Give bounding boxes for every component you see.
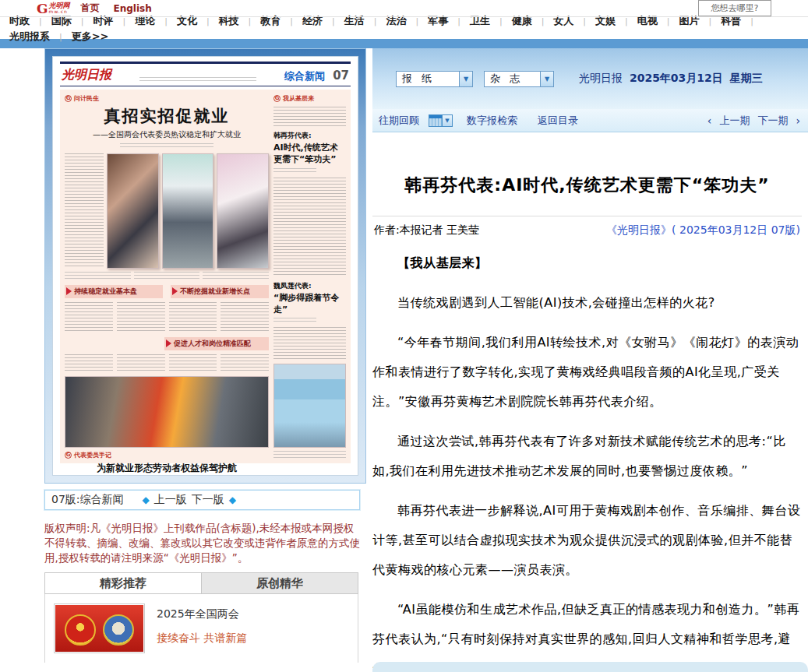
paper-right-kicker-2: 魏凤莲代表: (273, 281, 346, 291)
paper-headline-2: 为新就业形态劳动者权益保驾护航 (65, 462, 269, 475)
promo-thumbnail[interactable] (54, 603, 145, 653)
reader-header: 报 纸 ▼ 杂 志 ▼ 光明日报 2025年03月12日 星期三 (372, 48, 808, 109)
paper-subhead: ——全国两会代表委员热议稳定和扩大就业 (65, 129, 269, 140)
paper-headline: 真招实招促就业 (65, 105, 269, 127)
cppcc-emblem-icon (103, 614, 134, 646)
prev-page-diamond-icon: ◆ (143, 494, 150, 505)
nav-separator: | (750, 16, 753, 26)
article-paragraph: 【我从基层来】 (372, 248, 802, 278)
paper-text-column (65, 153, 104, 269)
nav-item-19[interactable]: 光明报系 (0, 30, 59, 42)
left-column: 光明日报 综合新闻 07 G 问计民生 (44, 48, 366, 672)
paper-photo-jobfair-3 (217, 153, 269, 269)
chevron-down-icon: ▼ (459, 72, 472, 86)
promo-subtitle-link[interactable]: 接续奋斗 共谱新篇 (157, 632, 247, 646)
promo-item: 2025年全国两会 接续奋斗 共谱新篇 (44, 594, 358, 663)
top-bar: G 光明网 mw.cn 首页 English 您想去哪里? (0, 0, 808, 17)
paper-tag-jiceng: G 我从基层来 (273, 94, 346, 103)
paper-select[interactable]: 报 纸 ▼ (396, 71, 473, 87)
article-paragraph: 韩再芬代表进一步解释说,AI可用于黄梅戏剧本创作、音乐编排、舞台设计等,甚至可以… (372, 496, 802, 585)
gmw-logo[interactable]: G 光明网 mw.cn (37, 1, 70, 16)
paper-byline (120, 143, 213, 149)
newspaper-page: 光明日报 综合新闻 07 G 问计民生 (52, 56, 358, 476)
calendar-dropdown-icon[interactable]: ▼ (443, 114, 453, 127)
tab-recommend[interactable]: 精彩推荐 (45, 573, 201, 593)
nav-item-20[interactable]: 更多>> (62, 30, 118, 42)
paper-tag-shouji: G 代表委员手记 (65, 451, 269, 459)
paper-right-byline-2 (273, 318, 316, 323)
footer-strip (372, 662, 808, 672)
paper-text-columns-2 (65, 354, 269, 371)
article-source[interactable]: 《光明日报》( 2025年03月12日 07版) (606, 223, 800, 237)
english-link[interactable]: English (114, 3, 152, 14)
reader-toolbar: 往期回顾 ▼ 数字报检索 返回目录 ‹ 上一期 下一期 › (372, 109, 808, 132)
paper-right-text-2 (273, 178, 346, 277)
back-to-catalog-link[interactable]: 返回目录 (538, 114, 578, 128)
paper-section-header-3: 促进人才和岗位精准匹配 (164, 337, 269, 350)
next-issue-arrow-icon: › (796, 114, 800, 127)
paper-right-headline-1: AI时代,传统艺术更需下“笨功夫” (273, 142, 346, 166)
paper-page-number: 07 (333, 69, 349, 83)
paper-signature: □ 兰莹 (65, 475, 269, 476)
article: 韩再芬代表:AI时代,传统艺术更需下“笨功夫” 作者:本报记者 王美莹 《光明日… (372, 174, 808, 672)
paper-photo-portrait (273, 364, 346, 448)
paper-section-name: 综合新闻 (284, 70, 325, 82)
digital-search-link[interactable]: 数字报检索 (467, 114, 517, 128)
paper-right-headline-2: “脚步得跟着节令走” (273, 293, 346, 316)
magazine-select[interactable]: 杂 志 ▼ (484, 71, 554, 87)
g-badge-icon: G (273, 95, 281, 102)
prev-issue-arrow-icon: ‹ (707, 114, 712, 127)
calendar-icon[interactable] (429, 114, 443, 127)
paper-section-header-2: 不断挖掘就业新增长点 (171, 285, 269, 298)
archive-link[interactable]: 往期回顾 (379, 114, 419, 128)
main-nav: 时政|国际|时评|理论|文化|科技|教育|经济|生活|法治|军事|卫生|健康|女… (0, 17, 808, 39)
goto-select[interactable]: 您想去哪里? (698, 0, 771, 16)
paper-tag-minsheng: G 问计民生 (65, 94, 269, 103)
gmw-logo-g-icon: G (37, 1, 48, 16)
article-paragraph: 通过这次尝试,韩再芬代表有了许多对新技术赋能传统艺术的思考:“比如,我们在利用先… (372, 427, 802, 486)
paper-photo-jobfair-1 (107, 153, 159, 269)
paper-right-text (273, 107, 346, 127)
promo-tabs: 精彩推荐 原创精华 (44, 572, 358, 594)
article-paragraph: “今年春节期间,我们利用AI转绘技术,对《女驸马》《闹花灯》的表演动作和表情进行… (372, 328, 802, 417)
issue-date: 光明日报 2025年03月12日 星期三 (579, 72, 763, 86)
page: G 光明网 mw.cn 首页 English 您想去哪里? 时政|国际|时评|理… (0, 0, 808, 672)
home-link[interactable]: 首页 (81, 2, 100, 15)
article-paragraph: 当传统戏剧遇到人工智能(AI)技术,会碰撞出怎样的火花? (372, 288, 802, 318)
right-column: 报 纸 ▼ 杂 志 ▼ 光明日报 2025年03月12日 星期三 往期回顾 ▼ (366, 48, 808, 672)
prev-page-link[interactable]: 上一版 (154, 493, 187, 507)
promo-title[interactable]: 2025年全国两会 (157, 603, 247, 621)
paper-masthead: 光明日报 (62, 67, 111, 83)
paper-photo-jobfair-2 (162, 153, 214, 269)
paper-section-header-1: 持续稳定就业基本盘 (65, 285, 163, 298)
paper-text-columns (65, 302, 269, 332)
next-page-link[interactable]: 下一版 (192, 493, 224, 507)
article-body: 【我从基层来】当传统戏剧遇到人工智能(AI)技术,会碰撞出怎样的火花?“今年春节… (372, 248, 802, 672)
paper-right-kicker-1: 韩再芬代表: (273, 131, 346, 141)
nav-separator: | (667, 16, 670, 26)
g-badge-icon: G (65, 452, 72, 459)
article-title: 韩再芬代表:AI时代,传统艺术更需下“笨功夫” (372, 174, 802, 197)
article-paragraph: “AI虽能模仿和生成艺术作品,但缺乏真正的情感表现力和创造力。”韩再芬代表认为,… (372, 595, 802, 672)
next-page-diamond-icon: ◆ (229, 494, 236, 505)
chevron-down-icon: ▼ (540, 72, 553, 86)
paper-photo-captions (65, 272, 269, 280)
national-emblem-icon (65, 614, 96, 646)
page-label: 07版:综合新闻 (51, 493, 124, 507)
paper-right-text-3 (273, 327, 346, 360)
g-badge-icon: G (65, 95, 72, 102)
paper-photo-jobfair-large (65, 376, 269, 448)
prev-issue-link[interactable]: 上一期 (719, 114, 750, 128)
page-nav-bar: 07版:综合新闻 ◆ 上一版 下一版 ◆ (44, 490, 360, 510)
paper-right-caption (273, 451, 346, 459)
newspaper-preview[interactable]: 光明日报 综合新闻 07 G 问计民生 (44, 48, 366, 484)
copyright-statement: 版权声明:凡《光明日报》上刊载作品(含标题),未经本报或本网授权不得转载、摘编、… (44, 521, 361, 565)
next-issue-link[interactable]: 下一期 (757, 114, 788, 128)
tab-original[interactable]: 原创精华 (201, 573, 358, 593)
gmw-logo-sub: mw.cn (49, 9, 70, 14)
paper-right-byline-1 (273, 168, 316, 174)
paper-dateline (139, 77, 256, 83)
article-author: 作者:本报记者 王美莹 (374, 223, 479, 237)
